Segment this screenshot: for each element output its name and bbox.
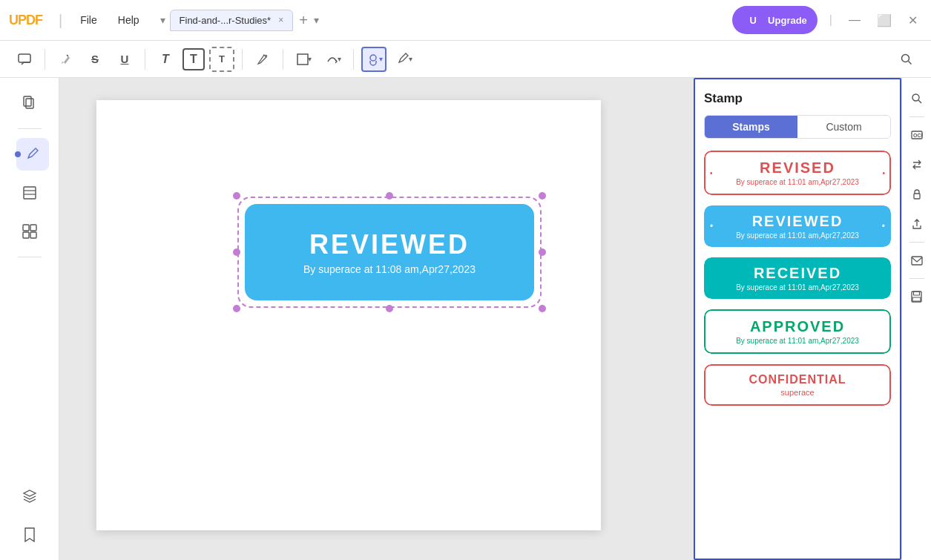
underline-icon: U (121, 53, 129, 65)
rs-convert[interactable] (905, 153, 929, 177)
revised-sub: By superace at 11:01 am,Apr27,2023 (736, 178, 859, 186)
window-maximize-btn[interactable]: ⬜ (872, 12, 896, 29)
handle-tr[interactable] (539, 192, 546, 200)
stamp-card-confidential[interactable]: CONFIDENTIAL superace (704, 364, 891, 406)
sidebar-item-annotate[interactable] (16, 138, 49, 171)
approved-stamp-card[interactable]: APPROVED By superace at 11:01 am,Apr27,2… (704, 309, 891, 354)
rs-ocr[interactable]: OCR (905, 123, 929, 147)
text-t-btn[interactable]: T (153, 47, 178, 72)
tab-name: Find-and-...r-Studies* (180, 15, 272, 26)
tab-chevron[interactable]: ▾ (160, 14, 165, 26)
handle-ml[interactable] (233, 248, 240, 256)
menu-help[interactable]: Help (111, 11, 147, 29)
approved-sub: By superace at 11:01 am,Apr27,2023 (736, 337, 859, 345)
rs-email[interactable] (905, 248, 929, 272)
window-minimize-btn[interactable]: — (844, 12, 865, 28)
shape-btn[interactable]: ▾ (291, 47, 316, 72)
right-sidebar: OCR (901, 78, 931, 560)
panel-title: Stamp (704, 91, 891, 106)
svg-rect-16 (914, 194, 920, 199)
stamp-on-page[interactable]: REVIEWED By superace at 11:08 am,Apr27,2… (245, 204, 534, 300)
comment-btn[interactable] (12, 47, 37, 72)
stamp-arrow: ▾ (379, 55, 383, 63)
svg-rect-11 (23, 232, 29, 238)
pen-btn[interactable]: ▾ (391, 47, 416, 72)
menu-file[interactable]: File (73, 11, 105, 29)
rs-sep2 (909, 242, 924, 243)
window-close-btn[interactable]: ✕ (904, 12, 922, 29)
revised-stamp[interactable]: REVISED By superace at 11:01 am,Apr27,20… (704, 151, 891, 195)
svg-rect-5 (26, 99, 33, 108)
reviewed-stamp-card[interactable]: REVIEWED By superace at 11:01 am,Apr27,2… (704, 205, 891, 247)
stamp-card-received[interactable]: RECEIVED By superace at 11:01 am,Apr27,2… (704, 257, 891, 299)
text-T-btn[interactable]: T (182, 48, 205, 70)
sidebar-item-bookmark[interactable] (13, 518, 46, 551)
svg-text:OCR: OCR (913, 133, 923, 138)
stamp-card-revised[interactable]: REVISED By superace at 11:01 am,Apr27,20… (704, 151, 891, 195)
rs-search[interactable] (905, 87, 929, 111)
handle-bc[interactable] (386, 305, 393, 312)
svg-rect-6 (24, 187, 36, 199)
separator2: | (825, 12, 837, 28)
svg-point-13 (912, 94, 919, 101)
stamp-btn[interactable]: ▾ (361, 47, 386, 72)
tab-close-btn[interactable]: × (278, 15, 283, 25)
main-layout: REVIEWED By superace at 11:08 am,Apr27,2… (0, 78, 931, 560)
svg-rect-10 (30, 225, 36, 231)
rs-share[interactable] (905, 212, 929, 236)
confidential-stamp-card[interactable]: CONFIDENTIAL superace (704, 364, 891, 406)
handle-mr[interactable] (539, 248, 546, 256)
stamp-tabs: Stamps Custom (704, 115, 891, 139)
separator5 (353, 49, 354, 70)
stamp-card-reviewed[interactable]: REVIEWED By superace at 11:01 am,Apr27,2… (704, 205, 891, 247)
handle-br[interactable] (539, 305, 546, 312)
toolbar: S U T T T ▾ ▾ ▾ ▾ (0, 41, 931, 78)
separator1 (45, 49, 45, 70)
arc-btn[interactable]: ▾ (320, 47, 346, 72)
svg-rect-4 (24, 96, 31, 106)
received-stamp-card[interactable]: RECEIVED By superace at 11:01 am,Apr27,2… (704, 257, 891, 299)
handle-tc[interactable] (386, 192, 393, 200)
highlight-btn[interactable] (53, 47, 78, 72)
handle-bl[interactable] (233, 305, 240, 312)
svg-rect-19 (914, 291, 920, 295)
stamp-card-approved[interactable]: APPROVED By superace at 11:01 am,Apr27,2… (704, 309, 891, 354)
window-controls: U Upgrade | — ⬜ ✕ (732, 6, 922, 34)
text-bracket-btn[interactable]: T (209, 47, 234, 72)
svg-rect-0 (19, 54, 30, 62)
sidebar-item-pages2[interactable] (13, 177, 46, 209)
sidebar-item-layers[interactable] (13, 480, 46, 513)
search-btn[interactable] (894, 47, 919, 72)
tab-stamps[interactable]: Stamps (705, 116, 797, 138)
sidebar-item-annotate-wrap (10, 138, 49, 171)
stamp-sub-text: By superace at 11:08 am,Apr27,2023 (303, 263, 476, 275)
pdf-page: REVIEWED By superace at 11:08 am,Apr27,2… (96, 100, 601, 530)
strikethrough-btn[interactable]: S (82, 47, 108, 72)
reviewed-text: REVIEWED (752, 213, 843, 230)
shape-arrow: ▾ (308, 55, 312, 63)
strikethrough-icon: S (91, 53, 99, 65)
separator: | (59, 12, 62, 29)
avatar: U (743, 10, 763, 30)
upgrade-button[interactable]: U Upgrade (732, 6, 817, 34)
confidential-text: CONFIDENTIAL (749, 373, 846, 386)
sidebar-item-organize[interactable] (13, 215, 46, 248)
underline-btn[interactable]: U (112, 47, 137, 72)
ink-btn[interactable] (250, 47, 275, 72)
separator3 (242, 49, 243, 70)
reviewed-stamp[interactable]: REVIEWED By superace at 11:08 am,Apr27,2… (245, 204, 534, 300)
add-tab-button[interactable]: + (299, 13, 308, 27)
tab-custom[interactable]: Custom (797, 116, 890, 138)
rs-save[interactable] (905, 285, 929, 309)
active-tab[interactable]: Find-and-...r-Studies* × (170, 10, 294, 31)
pen-arrow: ▾ (409, 55, 412, 63)
tab-area: ▾ Find-and-...r-Studies* × + ▾ (160, 10, 727, 31)
svg-point-2 (370, 55, 376, 61)
rs-protect[interactable] (905, 182, 929, 206)
handle-tl[interactable] (233, 192, 240, 200)
tab-dropdown-btn[interactable]: ▾ (314, 14, 319, 26)
svg-rect-20 (912, 297, 921, 301)
confidential-sub: superace (780, 388, 814, 397)
reviewed-sub: By superace at 11:01 am,Apr27,2023 (736, 231, 859, 240)
sidebar-item-pages[interactable] (13, 87, 46, 119)
